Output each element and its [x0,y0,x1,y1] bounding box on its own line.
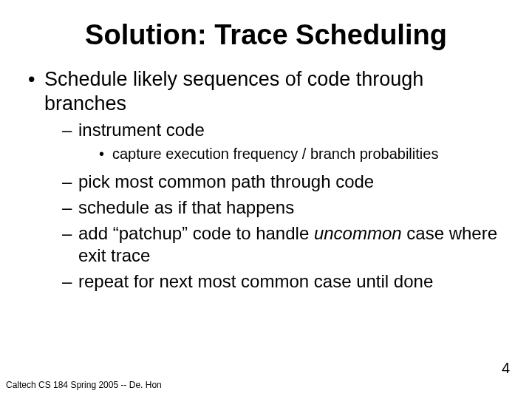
slide: Solution: Trace Scheduling Schedule like… [0,0,532,399]
bullet-text: capture execution frequency / branch pro… [112,146,438,162]
bullet-text: Schedule likely sequences of code throug… [44,68,423,115]
list-item: add “patchup” code to handle uncommon ca… [62,222,507,267]
bullet-list-level3: capture execution frequency / branch pro… [96,145,507,164]
bullet-text: repeat for next most common case until d… [78,271,433,291]
bullet-text: pick most common path through code [78,171,374,191]
bullet-text-italic: uncommon [314,223,402,243]
bullet-list-level2: instrument code capture execution freque… [62,119,507,293]
bullet-list-level1: Schedule likely sequences of code throug… [25,67,507,293]
page-number: 4 [502,360,510,377]
bullet-text: add “patchup” code to handle [78,223,314,243]
bullet-text: instrument code [78,120,205,140]
list-item: Schedule likely sequences of code throug… [25,67,507,293]
bullet-text: schedule as if that happens [78,197,294,217]
list-item: repeat for next most common case until d… [62,270,507,293]
footer-text: Caltech CS 184 Spring 2005 -- De. Hon [6,380,162,390]
list-item: instrument code capture execution freque… [62,119,507,163]
list-item: schedule as if that happens [62,197,507,219]
slide-title: Solution: Trace Scheduling [25,19,507,51]
list-item: pick most common path through code [62,171,507,194]
list-item: capture execution frequency / branch pro… [96,145,507,164]
